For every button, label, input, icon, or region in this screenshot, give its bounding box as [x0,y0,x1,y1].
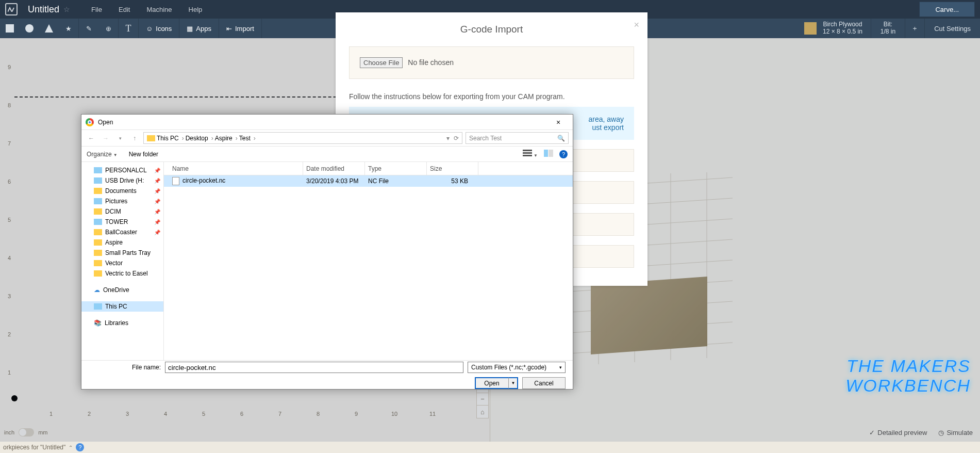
chevron-up-icon[interactable]: ⌃ [69,445,73,450]
folder-icon [147,135,155,141]
view-mode-icon[interactable]: ▼ [523,150,538,158]
file-list[interactable]: Name Date modified Type Size circle-pock… [164,162,573,360]
app-logo [5,3,18,15]
pin-icon: 📌 [154,199,160,204]
filename-input[interactable] [165,362,463,373]
apps-button[interactable]: ▦Apps [179,19,219,38]
tree-item[interactable]: Aspire [81,237,163,248]
tree-item[interactable]: Vectric to Easel [81,268,163,279]
tree-item-label: Libraries [105,319,128,327]
folder-icon [94,260,102,266]
up-button[interactable]: ↑ [129,135,140,142]
forward-button[interactable]: → [100,135,111,142]
file-drop-zone: Choose File No file chosen [349,46,634,79]
shape-rect-icon[interactable] [0,19,20,38]
doc-title: Untitled [28,4,59,15]
filename-label: File name: [89,364,161,371]
tree-item[interactable]: This PC [81,301,163,312]
shape-triangle-icon[interactable] [39,19,59,38]
tree-item[interactable]: PERSONALCL📌 [81,165,163,175]
shape-star-icon[interactable]: ★ [59,19,78,38]
tree-item-label: Documents [105,187,137,195]
crumb[interactable]: Test [239,135,256,142]
help-icon[interactable]: ? [76,443,84,451]
drive-icon [94,177,102,184]
close-icon[interactable]: × [634,20,639,30]
tree-item[interactable]: Documents📌 [81,186,163,196]
tree-item-label: USB Drive (H: [105,177,144,184]
drive-icon [94,219,102,225]
logo-icon [8,7,15,12]
tree-item[interactable]: Pictures📌 [81,196,163,206]
col-size[interactable]: Size [427,162,478,175]
cancel-button[interactable]: Cancel [522,377,566,389]
os-file-dialog: Open × ← → ▾ ↑ This PC Desktop Aspire Te… [81,114,573,390]
drive-icon [94,303,102,310]
col-date[interactable]: Date modified [303,162,365,175]
tree-item-label: DCIM [105,208,121,215]
shape-circle-icon[interactable] [20,19,39,38]
add-bit-button[interactable]: ＋ [905,19,924,38]
status-bar: orkpieces for "Untitled" ⌃ ? [0,442,980,453]
filetype-combo[interactable]: Custom Files (*.nc;*.gcode)▾ [468,362,566,373]
column-headers[interactable]: Name Date modified Type Size [164,162,573,175]
tree-item[interactable]: USB Drive (H:📌 [81,175,163,186]
tree-item[interactable]: Vector [81,258,163,268]
menu-edit[interactable]: Edit [110,6,138,13]
choose-file-button[interactable]: Choose File [360,57,403,68]
favorite-icon[interactable]: ☆ [63,5,70,13]
pin-icon: 📌 [154,178,160,184]
tree-item-label: PERSONALCL [105,167,147,174]
dialog-title: Open [98,119,113,126]
material-selector[interactable]: Birch Plywood 12 × 8 × 0.5 in [796,19,871,38]
folder-icon [94,208,102,215]
tree-item-label: Aspire [105,239,123,246]
crumb[interactable]: Desktop [186,135,213,142]
close-icon[interactable]: × [548,118,569,126]
folder-icon [94,250,102,256]
svg-rect-22 [549,150,553,157]
address-dropdown-icon[interactable]: ▾ [446,135,450,142]
tree-item[interactable]: 📚Libraries [81,318,163,328]
new-folder-button[interactable]: New folder [129,151,158,158]
menu-file[interactable]: File [83,6,110,13]
search-input[interactable]: Search Test 🔍 [466,132,569,144]
refresh-icon[interactable]: ⟳ [454,135,459,142]
organize-menu[interactable]: Organize▼ [87,151,118,158]
help-icon[interactable]: ? [559,150,568,158]
cut-settings-button[interactable]: Cut Settings [924,19,980,38]
pen-tool-icon[interactable]: ✎ [79,19,98,38]
crumb[interactable]: Aspire [215,135,238,142]
menu-help[interactable]: Help [180,6,211,13]
svg-rect-20 [523,155,532,156]
modal-title: G-code Import [349,24,634,35]
breadcrumb-bar[interactable]: This PC Desktop Aspire Test ▾ ⟳ [143,132,462,144]
open-split-icon[interactable]: ▼ [508,378,518,389]
open-button[interactable]: Open ▼ [475,377,518,389]
menu-machine[interactable]: Machine [138,6,180,13]
folder-icon [94,188,102,194]
text-tool-icon[interactable]: T [119,19,138,38]
tree-item[interactable]: Small Parts Tray [81,248,163,258]
preview-pane-icon[interactable] [544,150,553,158]
tree-item[interactable]: DCIM📌 [81,206,163,217]
crumb[interactable]: This PC [157,135,184,142]
back-button[interactable]: ← [86,135,97,142]
watermark: THE MAKERS WORKBENCH [845,357,971,395]
icons-button[interactable]: ☺Icons [139,19,179,38]
pin-icon: 📌 [154,188,160,194]
nav-pane[interactable]: PERSONALCL📌USB Drive (H:📌Documents📌Pictu… [81,162,164,360]
col-name[interactable]: Name [169,162,303,175]
carve-button[interactable]: Carve... [919,2,975,17]
col-type[interactable]: Type [365,162,427,175]
tree-item[interactable]: BallCoaster📌 [81,227,163,237]
import-button[interactable]: ⇤Import [219,19,261,38]
drill-tool-icon[interactable]: ⊕ [98,19,118,38]
tree-item[interactable]: ☁OneDrive [81,285,163,295]
workpieces-label[interactable]: orkpieces for "Untitled" [3,444,65,451]
tree-item[interactable]: TOWER📌 [81,217,163,227]
recent-dropdown[interactable]: ▾ [114,136,126,141]
svg-rect-18 [523,150,532,151]
file-row[interactable]: circle-pocket.nc3/20/2019 4:03 PMNC File… [164,175,573,187]
bit-selector[interactable]: Bit: 1/8 in [871,19,905,38]
